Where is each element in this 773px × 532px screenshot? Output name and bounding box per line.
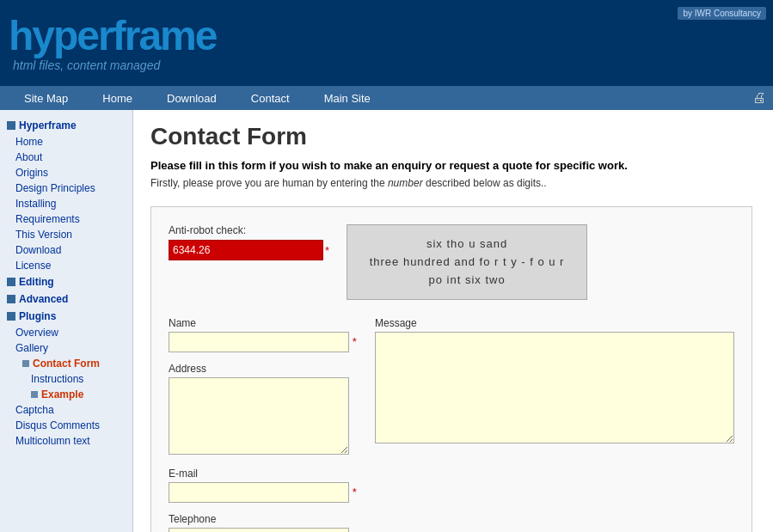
sidebar-item-home[interactable]: Home xyxy=(0,134,132,150)
sidebar-item-example[interactable]: Example xyxy=(0,387,132,402)
sidebar-item-origins[interactable]: Origins xyxy=(0,165,132,180)
email-label: E-mail xyxy=(169,468,358,480)
name-field-row: Name * xyxy=(169,317,358,352)
top-bar: hyperframe html files, content managed b… xyxy=(0,0,773,86)
plugins-icon xyxy=(7,312,15,321)
sidebar-item-installing[interactable]: Installing xyxy=(0,196,132,211)
sidebar-editing-label: Editing xyxy=(19,276,54,288)
sidebar-plugins-header[interactable]: Plugins xyxy=(0,308,132,325)
sidebar-item-overview[interactable]: Overview xyxy=(0,325,132,340)
fields-right: Message xyxy=(375,317,734,446)
sidebar-main-label: Hyperframe xyxy=(19,119,77,131)
nav-bar: Site Map Home Download Contact Main Site… xyxy=(0,86,773,110)
logo: hyperframe html files, content managed xyxy=(9,14,216,73)
telephone-input[interactable] xyxy=(169,528,349,532)
antibot-required-star: * xyxy=(325,244,329,257)
email-field-row: E-mail * xyxy=(169,468,358,503)
address-field-row: Address xyxy=(169,363,358,457)
sidebar-hyperframe-header[interactable]: Hyperframe xyxy=(0,117,132,134)
captcha-line1: six tho u sand xyxy=(365,235,569,254)
fields-row: Name * Address E-mail * xyxy=(169,317,734,532)
iwr-badge: by IWR Consultancy xyxy=(678,7,766,20)
address-label: Address xyxy=(169,363,358,375)
nav-home[interactable]: Home xyxy=(85,86,150,110)
sidebar-item-captcha[interactable]: Captcha xyxy=(0,402,132,418)
email-required-star: * xyxy=(353,486,357,498)
nav-mainsite[interactable]: Main Site xyxy=(307,86,388,110)
sidebar-item-gallery[interactable]: Gallery xyxy=(0,340,132,356)
editing-icon xyxy=(7,278,15,286)
sidebar: Hyperframe Home About Origins Design Pri… xyxy=(0,110,133,532)
sidebar-example-label: Example xyxy=(41,388,83,401)
message-label: Message xyxy=(375,317,734,329)
nav-download[interactable]: Download xyxy=(150,86,234,110)
antibot-label: Anti-robot check: xyxy=(169,224,329,236)
page-title: Contact Form xyxy=(150,123,756,150)
sidebar-item-multicolumn[interactable]: Multicolumn text xyxy=(0,433,132,449)
sidebar-item-disqus[interactable]: Disqus Comments xyxy=(0,418,132,433)
sidebar-item-instructions[interactable]: Instructions xyxy=(0,371,132,387)
nav-contact[interactable]: Contact xyxy=(234,86,307,110)
address-input[interactable] xyxy=(169,377,349,455)
captcha-line3: po int six two xyxy=(365,272,569,290)
telephone-label: Telephone xyxy=(169,513,358,525)
print-icon[interactable]: 🖨 xyxy=(752,90,766,106)
content-area: Contact Form Please fill in this form if… xyxy=(133,110,773,532)
sidebar-item-license[interactable]: License xyxy=(0,258,132,273)
message-input[interactable] xyxy=(375,332,734,443)
name-required-star: * xyxy=(353,335,357,348)
logo-subtitle: html files, content managed xyxy=(9,58,216,72)
example-icon xyxy=(31,391,38,398)
intro-text: Firstly, please prove you are human by e… xyxy=(150,177,756,189)
sidebar-advanced-label: Advanced xyxy=(19,293,68,305)
sidebar-item-design[interactable]: Design Principles xyxy=(0,180,132,196)
intro-bold: Please fill in this form if you wish to … xyxy=(150,159,756,172)
intro-italic: number xyxy=(388,177,423,189)
sidebar-editing-header[interactable]: Editing xyxy=(0,273,132,290)
fields-left: Name * Address E-mail * xyxy=(169,317,358,532)
name-label: Name xyxy=(169,317,358,329)
antibot-row: Anti-robot check: * six tho u sand three… xyxy=(169,224,734,300)
hyperframe-icon xyxy=(7,121,15,130)
antibot-left: Anti-robot check: * xyxy=(169,224,329,260)
sidebar-item-requirements[interactable]: Requirements xyxy=(0,211,132,227)
sidebar-item-thisversion[interactable]: This Version xyxy=(0,227,132,242)
main-layout: Hyperframe Home About Origins Design Pri… xyxy=(0,110,773,532)
logo-text: hyperframe xyxy=(9,14,216,59)
captcha-line2: three hundred and fo r t y - f o u r xyxy=(365,254,569,272)
antibot-input[interactable] xyxy=(169,240,323,260)
email-input[interactable] xyxy=(169,482,349,503)
sidebar-item-about[interactable]: About xyxy=(0,150,132,165)
sidebar-item-download[interactable]: Download xyxy=(0,242,132,258)
advanced-icon xyxy=(7,295,15,303)
antibot-captcha: six tho u sand three hundred and fo r t … xyxy=(347,224,587,300)
sidebar-plugins-label: Plugins xyxy=(19,310,56,322)
sidebar-advanced-header[interactable]: Advanced xyxy=(0,290,132,308)
sidebar-contactform-label: Contact Form xyxy=(33,358,100,370)
name-input[interactable] xyxy=(169,332,349,352)
nav-sitemap[interactable]: Site Map xyxy=(7,86,85,110)
telephone-field-row: Telephone xyxy=(169,513,358,532)
antibot-input-wrap: * xyxy=(169,240,329,260)
sidebar-item-contactform[interactable]: Contact Form xyxy=(0,356,132,371)
form-area: Anti-robot check: * six tho u sand three… xyxy=(150,206,752,532)
contactform-icon xyxy=(22,360,29,367)
